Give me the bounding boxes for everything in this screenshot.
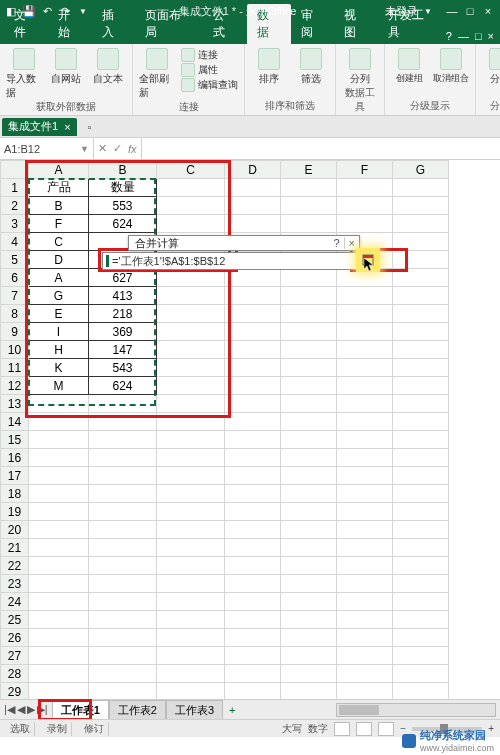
row-header[interactable]: 12 — [1, 377, 29, 395]
horizontal-scrollbar[interactable] — [336, 703, 496, 717]
btn-text-to-columns[interactable]: 分列 — [342, 46, 378, 86]
row-header[interactable]: 27 — [1, 647, 29, 665]
cancel-formula-icon[interactable]: ✕ — [98, 142, 107, 155]
cell[interactable] — [281, 395, 337, 413]
cell[interactable] — [157, 287, 225, 305]
cell[interactable]: B — [29, 197, 89, 215]
cell[interactable] — [29, 467, 89, 485]
cell[interactable] — [89, 467, 157, 485]
cell[interactable] — [157, 359, 225, 377]
cell[interactable] — [157, 449, 225, 467]
cell[interactable] — [281, 449, 337, 467]
cell[interactable] — [337, 215, 393, 233]
row-header[interactable]: 16 — [1, 449, 29, 467]
btn-from-web[interactable]: 自网站 — [48, 46, 84, 100]
cell[interactable] — [393, 467, 449, 485]
cell[interactable]: E — [29, 305, 89, 323]
row-header[interactable]: 22 — [1, 557, 29, 575]
btn-analysis[interactable]: 分析 — [482, 46, 500, 99]
cell[interactable]: 543 — [89, 359, 157, 377]
cell[interactable] — [281, 629, 337, 647]
consolidate-dialog-header[interactable]: 合并计算 ? × — [128, 235, 360, 251]
cell[interactable] — [225, 341, 281, 359]
cell[interactable]: 147 — [89, 341, 157, 359]
ribbon-minimize-icon[interactable]: — — [458, 30, 469, 42]
cell[interactable] — [281, 341, 337, 359]
cell[interactable] — [225, 593, 281, 611]
cell[interactable] — [281, 377, 337, 395]
cell[interactable] — [337, 395, 393, 413]
col-header-b[interactable]: B — [89, 161, 157, 179]
row-header[interactable]: 18 — [1, 485, 29, 503]
col-header-d[interactable]: D — [225, 161, 281, 179]
cell[interactable] — [337, 593, 393, 611]
cell[interactable] — [281, 665, 337, 683]
cell[interactable] — [225, 647, 281, 665]
cell[interactable] — [337, 377, 393, 395]
cell[interactable]: I — [29, 323, 89, 341]
cell[interactable] — [89, 503, 157, 521]
cell[interactable] — [337, 179, 393, 197]
cell[interactable] — [281, 485, 337, 503]
cell[interactable] — [29, 503, 89, 521]
cell[interactable] — [29, 629, 89, 647]
cell[interactable]: F — [29, 215, 89, 233]
btn-import-data[interactable]: 导入数据 — [6, 46, 42, 100]
cell[interactable]: K — [29, 359, 89, 377]
cell[interactable] — [393, 323, 449, 341]
col-header-g[interactable]: G — [393, 161, 449, 179]
cell[interactable] — [157, 611, 225, 629]
cell[interactable] — [281, 503, 337, 521]
row-header[interactable]: 8 — [1, 305, 29, 323]
cell[interactable] — [281, 467, 337, 485]
cell[interactable] — [89, 521, 157, 539]
cell[interactable]: G — [29, 287, 89, 305]
cell[interactable] — [29, 647, 89, 665]
cell[interactable] — [393, 593, 449, 611]
btn-properties[interactable]: 属性 — [181, 63, 238, 77]
cell[interactable]: 产品 — [29, 179, 89, 197]
cell[interactable] — [157, 323, 225, 341]
cell[interactable]: 369 — [89, 323, 157, 341]
cell[interactable] — [157, 305, 225, 323]
status-select[interactable]: 选取 — [6, 722, 35, 736]
row-header[interactable]: 26 — [1, 629, 29, 647]
cell[interactable] — [157, 557, 225, 575]
row-header[interactable]: 5 — [1, 251, 29, 269]
status-revise[interactable]: 修订 — [80, 722, 109, 736]
btn-connections[interactable]: 连接 — [181, 48, 238, 62]
cell[interactable] — [337, 305, 393, 323]
cell[interactable] — [393, 233, 449, 251]
cell[interactable] — [29, 611, 89, 629]
cell[interactable] — [157, 665, 225, 683]
col-header-e[interactable]: E — [281, 161, 337, 179]
cell[interactable] — [393, 305, 449, 323]
maximize-button[interactable]: □ — [462, 5, 478, 17]
cell[interactable] — [337, 629, 393, 647]
cell[interactable] — [225, 215, 281, 233]
tab-developer[interactable]: 开发工具 — [378, 4, 446, 44]
cell[interactable] — [89, 431, 157, 449]
cell[interactable] — [281, 575, 337, 593]
btn-group[interactable]: 创建组 — [391, 46, 427, 99]
cell[interactable] — [225, 179, 281, 197]
cell[interactable] — [157, 647, 225, 665]
cell[interactable]: 553 — [89, 197, 157, 215]
cell[interactable] — [281, 197, 337, 215]
cell[interactable] — [89, 611, 157, 629]
cell[interactable] — [337, 611, 393, 629]
select-all-corner[interactable] — [1, 161, 29, 179]
cell[interactable] — [225, 485, 281, 503]
cell[interactable] — [157, 341, 225, 359]
cell[interactable] — [393, 683, 449, 701]
cell[interactable]: A — [29, 269, 89, 287]
cell[interactable] — [225, 413, 281, 431]
cell[interactable]: 627 — [89, 269, 157, 287]
document-tab[interactable]: 集成文件1 × — [2, 118, 77, 136]
ribbon-restore-icon[interactable]: □ — [475, 30, 482, 42]
cell[interactable] — [281, 413, 337, 431]
cell[interactable] — [281, 269, 337, 287]
cell[interactable] — [337, 575, 393, 593]
status-record[interactable]: 录制 — [43, 722, 72, 736]
cell[interactable] — [393, 287, 449, 305]
